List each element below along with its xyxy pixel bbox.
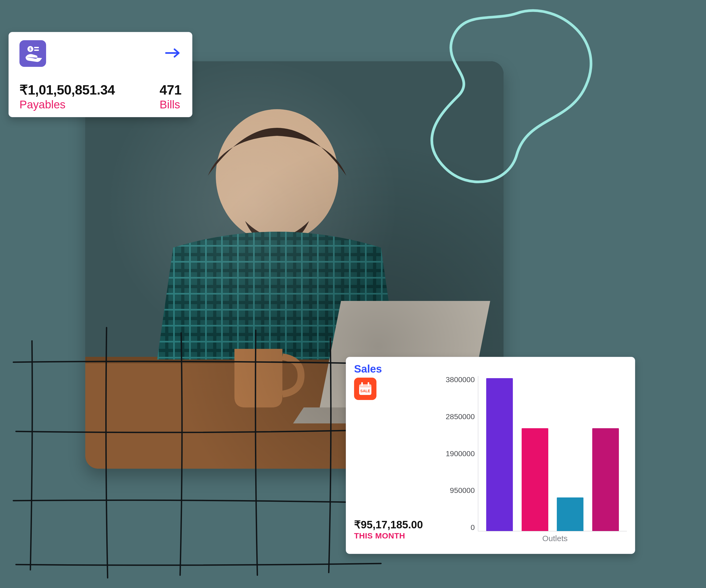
sales-summary: ₹95,17,185.00 THIS MONTH xyxy=(354,518,439,540)
sales-period-label: THIS MONTH xyxy=(354,531,439,540)
bills-label: Bills xyxy=(160,98,180,111)
payables-summary-card: $ ₹1,01,50,851.34 Payables 471 Bills xyxy=(8,32,192,117)
chart-y-tick: 950000 xyxy=(450,487,475,494)
chart-y-tick: 0 xyxy=(470,524,475,531)
bills-count: 471 xyxy=(160,82,182,98)
chart-x-label: Outlets xyxy=(483,534,627,543)
chart-bar xyxy=(486,378,513,531)
svg-rect-16 xyxy=(361,382,363,386)
svg-rect-17 xyxy=(368,382,369,386)
chart-bar xyxy=(522,428,548,531)
svg-point-3 xyxy=(216,109,338,242)
svg-text:$: $ xyxy=(29,47,32,51)
payables-amount-block: ₹1,01,50,851.34 Payables xyxy=(19,82,115,111)
sale-calendar-icon: SALE xyxy=(354,378,377,400)
bills-count-block: 471 Bills xyxy=(160,82,182,111)
chart-y-tick: 1900000 xyxy=(446,450,475,458)
arrow-right-icon[interactable] xyxy=(164,48,182,59)
sales-chart-card: Sales SALE ₹95,17,185.00 THIS MONTH xyxy=(346,357,635,554)
svg-rect-11 xyxy=(34,47,39,48)
chart-bar xyxy=(592,428,619,531)
sales-amount: ₹95,17,185.00 xyxy=(354,518,439,531)
sales-bar-chart: 3800000285000019000009500000 Outlets xyxy=(446,376,627,543)
chart-bar xyxy=(557,498,583,531)
chart-y-tick: 2850000 xyxy=(446,413,475,420)
chart-bars-region xyxy=(478,376,627,531)
payables-amount: ₹1,01,50,851.34 xyxy=(19,82,115,98)
svg-text:SALE: SALE xyxy=(360,389,370,393)
chart-y-axis: 3800000285000019000009500000 xyxy=(446,376,478,531)
money-hand-icon: $ xyxy=(19,40,46,67)
sales-card-title: Sales xyxy=(354,363,627,375)
svg-rect-15 xyxy=(359,384,371,387)
chart-y-tick: 3800000 xyxy=(446,376,475,383)
svg-rect-12 xyxy=(34,49,39,51)
payables-label: Payables xyxy=(19,98,115,111)
